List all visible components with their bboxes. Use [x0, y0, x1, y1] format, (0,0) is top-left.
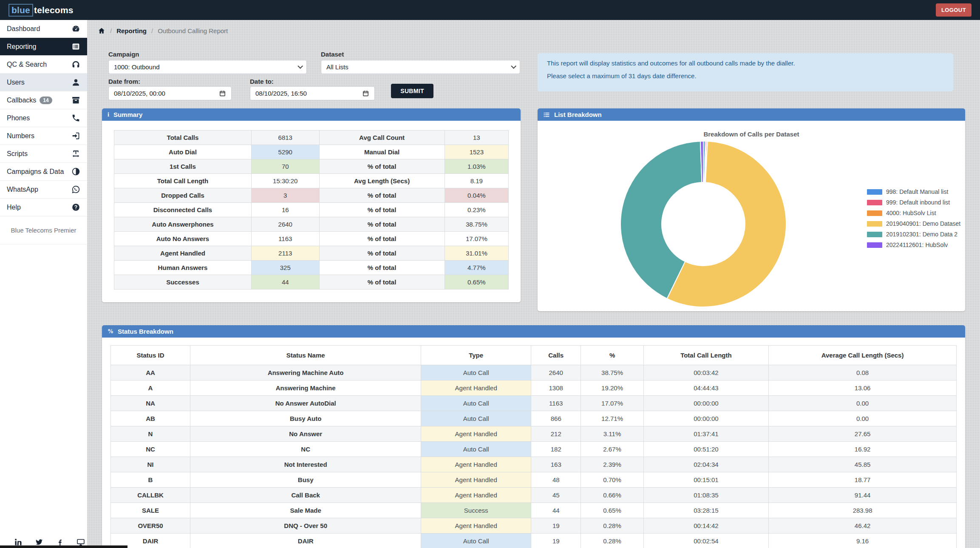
summary-metric-label: % of total: [319, 246, 445, 261]
donut-chart[interactable]: [618, 139, 788, 309]
monitor-icon[interactable]: [76, 538, 85, 546]
legend-label: 999: Default inbound list: [886, 199, 950, 206]
status-cell: 00:00:00: [643, 411, 769, 426]
summary-metric-value: 15:30:20: [251, 174, 319, 188]
status-cell: 38.75%: [581, 365, 643, 380]
status-breakdown-panel: % Status Breakdown Status IDStatus NameT…: [102, 325, 965, 548]
summary-row: Dropped Calls3% of total0.04%: [114, 188, 509, 203]
summary-metric-label: Auto Dial: [114, 145, 252, 159]
summary-row: Total Call Length15:30:20Avg Length (Sec…: [114, 174, 509, 188]
status-cell: NC: [111, 442, 190, 457]
legend-item[interactable]: 20224112601: HubSolv: [867, 241, 960, 248]
question-circle-icon: [71, 203, 80, 212]
summary-row: Human Answers325% of total4.77%: [114, 261, 509, 275]
linkedin-icon[interactable]: [14, 538, 23, 546]
summary-metric-label: 1st Calls: [114, 159, 252, 174]
submit-button[interactable]: SUBMIT: [391, 84, 433, 98]
sidebar-item-callbacks[interactable]: Callbacks14: [0, 91, 87, 109]
legend-swatch: [867, 242, 882, 248]
status-cell: Auto Call: [421, 365, 531, 380]
brand-logo-primary: blue: [8, 4, 33, 17]
archive-icon: [71, 96, 80, 105]
status-breakdown-title: Status Breakdown: [118, 328, 173, 335]
phone-icon: [71, 114, 80, 122]
status-cell: 1308: [531, 380, 581, 396]
sidebar-item-whatsapp[interactable]: WhatsApp: [0, 181, 87, 199]
status-cell: 0.66%: [581, 488, 643, 503]
status-cell: Answering Machine Auto: [190, 365, 421, 380]
breadcrumb-current-page: Outbound Calling Report: [158, 27, 228, 34]
status-cell: Busy Auto: [190, 411, 421, 426]
legend-item[interactable]: 2019040901: Demo Dataset: [867, 220, 960, 227]
main-content: / Reporting / Outbound Calling Report Ca…: [87, 20, 980, 548]
brand-logo[interactable]: blue telecoms: [8, 4, 74, 17]
date-to-input[interactable]: 08/10/2025, 16:50: [250, 86, 375, 100]
sidebar-item-label: Phones: [7, 114, 30, 122]
summary-row: Total Calls6813Avg Call Count13: [114, 131, 509, 145]
facebook-icon[interactable]: [56, 538, 64, 546]
status-row: ABBusy AutoAuto Call86612.71%00:00:000.0…: [111, 411, 957, 426]
status-cell: 0.28%: [581, 534, 643, 548]
sidebar-item-label: WhatsApp: [7, 186, 38, 193]
status-row: SALESale MadeSuccess440.65%03:28:15283.9…: [111, 503, 957, 518]
sidebar-item-scripts[interactable]: Scripts: [0, 145, 87, 163]
summary-metric-value: 38.75%: [445, 217, 508, 232]
date-from-input[interactable]: 08/10/2025, 00:00: [108, 86, 232, 100]
twitter-icon[interactable]: [35, 538, 43, 546]
social-links: [14, 538, 85, 546]
date-to-value: 08/10/2025, 16:50: [255, 90, 307, 97]
legend-item[interactable]: 2019102301: Demo Data 2: [867, 231, 960, 238]
bottom-bar: [0, 545, 127, 548]
status-cell: 00:15:01: [643, 472, 769, 488]
sidebar-item-help[interactable]: Help: [0, 199, 87, 216]
sidebar-item-users[interactable]: Users: [0, 74, 87, 91]
sidebar-item-label: Reporting: [7, 43, 36, 51]
campaign-select[interactable]: 1000: Outbound: [108, 60, 307, 74]
dataset-select[interactable]: All Lists: [321, 60, 520, 74]
sidebar-item-reporting[interactable]: Reporting: [0, 38, 87, 56]
status-cell: Agent Handled: [421, 380, 531, 396]
breadcrumb-separator: /: [151, 27, 153, 34]
status-row: DAIRDAIRAuto Call190.28%00:02:549.16: [111, 534, 957, 548]
legend-swatch: [867, 232, 882, 237]
summary-metric-label: Auto No Answers: [114, 232, 252, 246]
legend-item[interactable]: 4000: HubSolv List: [867, 210, 960, 216]
status-cell: 19: [531, 518, 581, 534]
sidebar-item-phones[interactable]: Phones: [0, 109, 87, 127]
status-cell: No Answer AutoDial: [190, 396, 421, 411]
status-cell: N: [111, 426, 190, 442]
summary-metric-label: % of total: [319, 261, 445, 275]
notice-line-2: Please select a maximum of 31 days date …: [547, 72, 944, 80]
summary-metric-label: Auto Answerphones: [114, 217, 252, 232]
status-cell: 44: [531, 503, 581, 518]
sidebar-item-dashboard[interactable]: Dashboard: [0, 20, 87, 38]
status-cell: 19.20%: [581, 380, 643, 396]
home-icon[interactable]: [98, 27, 105, 34]
legend-item[interactable]: 998: Default Manual list: [867, 188, 960, 195]
status-cell: 00:14:42: [643, 518, 769, 534]
status-cell: 12.71%: [581, 411, 643, 426]
sidebar-item-label: Users: [7, 79, 25, 86]
legend-swatch: [867, 210, 882, 216]
legend-swatch: [867, 200, 882, 205]
info-icon: i: [108, 111, 109, 118]
sidebar-item-campaigns-data[interactable]: Campaigns & Data: [0, 163, 87, 181]
sidebar-item-qc-search[interactable]: QC & Search: [0, 56, 87, 74]
logout-button[interactable]: LOGOUT: [936, 3, 972, 17]
status-cell: 18.77: [769, 472, 957, 488]
brand-logo-secondary: telecoms: [33, 5, 74, 15]
summary-metric-value: 5290: [251, 145, 319, 159]
sidebar-item-numbers[interactable]: Numbers: [0, 127, 87, 145]
status-column-header: Average Call Length (Secs): [769, 346, 957, 365]
status-cell: 0.08: [769, 365, 957, 380]
breadcrumb-reporting[interactable]: Reporting: [116, 27, 147, 34]
summary-metric-value: 16: [251, 203, 319, 217]
status-cell: Success: [421, 503, 531, 518]
legend-item[interactable]: 999: Default inbound list: [867, 199, 960, 206]
sign-in-icon: [71, 131, 80, 140]
status-cell: 0.28%: [581, 518, 643, 534]
summary-metric-label: % of total: [319, 275, 445, 290]
callbacks-count-badge: 14: [40, 97, 52, 104]
summary-metric-value: 8.19: [445, 174, 508, 188]
status-cell: 00:00:00: [643, 396, 769, 411]
